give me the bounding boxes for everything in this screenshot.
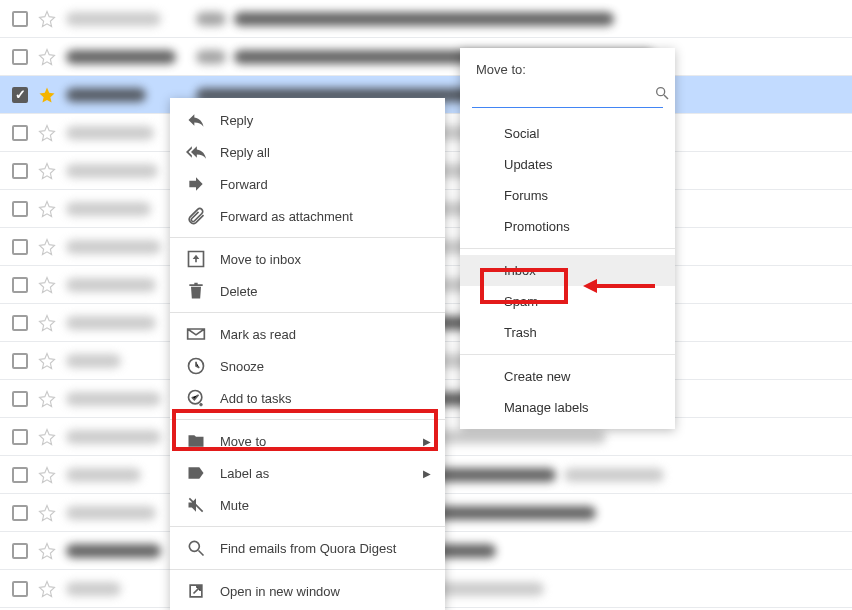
- row-checkbox[interactable]: [12, 353, 28, 369]
- submenu-item-updates[interactable]: Updates: [460, 149, 675, 180]
- menu-find-emails[interactable]: Find emails from Quora Digest: [170, 532, 445, 564]
- menu-separator: [170, 237, 445, 238]
- menu-forward-attachment[interactable]: Forward as attachment: [170, 200, 445, 232]
- row-checkbox[interactable]: [12, 467, 28, 483]
- row-checkbox[interactable]: [12, 315, 28, 331]
- attachment-icon: [186, 206, 206, 226]
- row-checkbox-checked[interactable]: [12, 87, 28, 103]
- submenu-item-social[interactable]: Social: [460, 118, 675, 149]
- context-menu: Reply Reply all Forward Forward as attac…: [170, 98, 445, 610]
- star-icon[interactable]: [38, 580, 56, 598]
- submenu-separator: [460, 248, 675, 249]
- submenu-item-create-new[interactable]: Create new: [460, 361, 675, 392]
- row-checkbox[interactable]: [12, 201, 28, 217]
- row-checkbox[interactable]: [12, 11, 28, 27]
- menu-separator: [170, 312, 445, 313]
- menu-separator: [170, 569, 445, 570]
- menu-label-as[interactable]: Label as ▶: [170, 457, 445, 489]
- menu-label: Reply: [220, 113, 253, 128]
- submenu-search-input[interactable]: [486, 86, 654, 101]
- menu-label: Open in new window: [220, 584, 340, 599]
- submenu-separator: [460, 354, 675, 355]
- star-icon[interactable]: [38, 200, 56, 218]
- menu-label: Reply all: [220, 145, 270, 160]
- svg-point-3: [189, 541, 199, 551]
- svg-line-6: [664, 95, 668, 99]
- submenu-title: Move to:: [460, 58, 675, 85]
- row-checkbox[interactable]: [12, 429, 28, 445]
- submenu-item-trash[interactable]: Trash: [460, 317, 675, 348]
- row-checkbox[interactable]: [12, 581, 28, 597]
- menu-label: Snooze: [220, 359, 264, 374]
- menu-label: Forward as attachment: [220, 209, 353, 224]
- reply-all-icon: [186, 142, 206, 162]
- snooze-icon: [186, 356, 206, 376]
- row-checkbox[interactable]: [12, 277, 28, 293]
- mark-read-icon: [186, 324, 206, 344]
- row-checkbox[interactable]: [12, 239, 28, 255]
- star-icon[interactable]: [38, 542, 56, 560]
- menu-separator: [170, 526, 445, 527]
- submenu-item-forums[interactable]: Forums: [460, 180, 675, 211]
- star-icon[interactable]: [38, 504, 56, 522]
- annotation-arrow: [583, 279, 655, 293]
- star-icon[interactable]: [38, 390, 56, 408]
- menu-mark-read[interactable]: Mark as read: [170, 318, 445, 350]
- svg-line-4: [199, 551, 204, 556]
- folder-move-icon: [186, 431, 206, 451]
- star-icon[interactable]: [38, 352, 56, 370]
- star-icon[interactable]: [38, 466, 56, 484]
- email-row[interactable]: [0, 38, 852, 76]
- star-icon[interactable]: [38, 10, 56, 28]
- menu-label: Label as: [220, 466, 269, 481]
- menu-mute[interactable]: Mute: [170, 489, 445, 521]
- menu-move-to[interactable]: Move to ▶: [170, 425, 445, 457]
- row-checkbox[interactable]: [12, 391, 28, 407]
- label-icon: [186, 463, 206, 483]
- menu-snooze[interactable]: Snooze: [170, 350, 445, 382]
- row-checkbox[interactable]: [12, 543, 28, 559]
- menu-reply[interactable]: Reply: [170, 104, 445, 136]
- star-icon-filled[interactable]: [38, 86, 56, 104]
- reply-icon: [186, 110, 206, 130]
- star-icon[interactable]: [38, 162, 56, 180]
- menu-move-to-inbox[interactable]: Move to inbox: [170, 243, 445, 275]
- menu-label: Delete: [220, 284, 258, 299]
- submenu-search[interactable]: [472, 85, 663, 108]
- star-icon[interactable]: [38, 428, 56, 446]
- star-icon[interactable]: [38, 238, 56, 256]
- submenu-item-manage-labels[interactable]: Manage labels: [460, 392, 675, 423]
- row-checkbox[interactable]: [12, 163, 28, 179]
- chevron-right-icon: ▶: [423, 468, 431, 479]
- delete-icon: [186, 281, 206, 301]
- move-to-submenu: Move to: Social Updates Forums Promotion…: [460, 48, 675, 429]
- open-new-window-icon: [186, 581, 206, 601]
- star-icon[interactable]: [38, 48, 56, 66]
- menu-open-new-window[interactable]: Open in new window: [170, 575, 445, 607]
- menu-add-tasks[interactable]: Add to tasks: [170, 382, 445, 414]
- star-icon[interactable]: [38, 314, 56, 332]
- search-icon: [654, 85, 670, 101]
- menu-delete[interactable]: Delete: [170, 275, 445, 307]
- menu-forward[interactable]: Forward: [170, 168, 445, 200]
- menu-label: Forward: [220, 177, 268, 192]
- row-checkbox[interactable]: [12, 125, 28, 141]
- svg-point-5: [657, 88, 665, 96]
- row-checkbox[interactable]: [12, 505, 28, 521]
- star-icon[interactable]: [38, 124, 56, 142]
- menu-separator: [170, 419, 445, 420]
- star-icon[interactable]: [38, 276, 56, 294]
- add-tasks-icon: [186, 388, 206, 408]
- svg-marker-8: [583, 279, 597, 293]
- menu-label: Find emails from Quora Digest: [220, 541, 396, 556]
- mute-icon: [186, 495, 206, 515]
- submenu-item-promotions[interactable]: Promotions: [460, 211, 675, 242]
- menu-reply-all[interactable]: Reply all: [170, 136, 445, 168]
- email-row[interactable]: [0, 0, 852, 38]
- menu-label: Mute: [220, 498, 249, 513]
- menu-label: Mark as read: [220, 327, 296, 342]
- search-icon: [186, 538, 206, 558]
- forward-icon: [186, 174, 206, 194]
- row-checkbox[interactable]: [12, 49, 28, 65]
- menu-label: Move to inbox: [220, 252, 301, 267]
